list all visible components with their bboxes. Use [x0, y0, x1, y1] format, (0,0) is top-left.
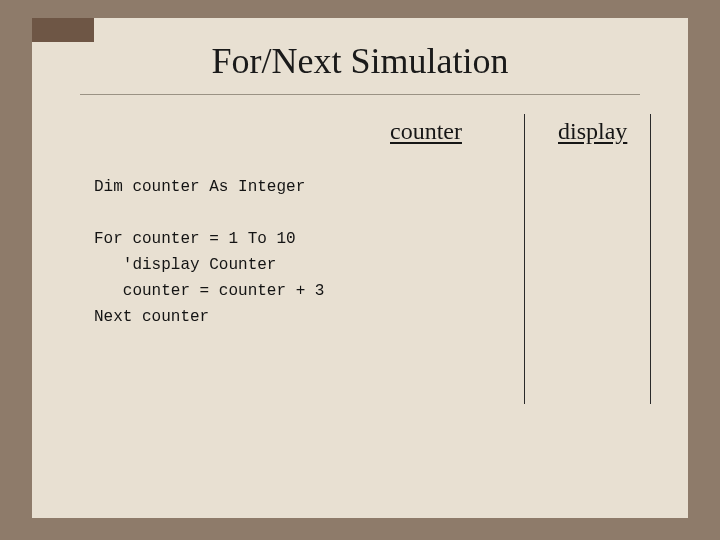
slide: For/Next Simulation counter display Dim …: [32, 18, 688, 518]
column-divider-right: [650, 114, 651, 404]
code-block: Dim counter As Integer For counter = 1 T…: [94, 174, 394, 330]
corner-accent: [32, 18, 94, 42]
code-line: For counter = 1 To 10: [94, 230, 296, 248]
code-line: 'display Counter: [94, 256, 276, 274]
column-header-display: display: [558, 118, 627, 145]
slide-title: For/Next Simulation: [32, 40, 688, 82]
column-header-counter: counter: [390, 118, 462, 145]
code-line: Dim counter As Integer: [94, 178, 305, 196]
column-divider-left: [524, 114, 525, 404]
code-line: counter = counter + 3: [94, 282, 324, 300]
title-underline: [80, 94, 640, 95]
code-line: Next counter: [94, 308, 209, 326]
